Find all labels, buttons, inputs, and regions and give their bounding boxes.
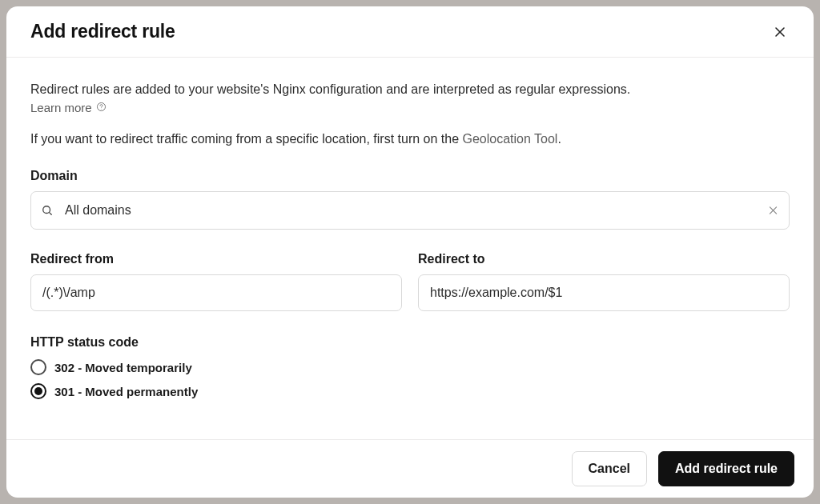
geolocation-tool-link[interactable]: Geolocation Tool [463, 132, 558, 146]
status-code-group: HTTP status code 302 - Moved temporarily… [30, 335, 790, 399]
redirect-to-group: Redirect to [418, 252, 790, 311]
redirect-from-group: Redirect from [30, 252, 402, 311]
domain-select-wrapper: All domains [30, 191, 790, 230]
status-code-radio-302[interactable]: 302 - Moved temporarily [30, 359, 790, 375]
status-code-radio-group: 302 - Moved temporarily 301 - Moved perm… [30, 359, 790, 399]
radio-icon [30, 383, 46, 399]
redirect-to-label: Redirect to [418, 252, 790, 266]
redirect-from-input[interactable] [30, 274, 402, 311]
domain-select-value: All domains [65, 203, 131, 218]
radio-label: 301 - Moved permanently [54, 385, 198, 398]
geo-prefix: If you want to redirect traffic coming f… [30, 132, 463, 146]
close-button[interactable] [770, 22, 790, 42]
modal-body: Redirect rules are added to your website… [6, 58, 814, 439]
domain-label: Domain [30, 169, 790, 183]
domain-field-group: Domain All domains [30, 169, 790, 230]
domain-select[interactable]: All domains [30, 191, 790, 230]
submit-button[interactable]: Add redirect rule [658, 451, 794, 486]
redirect-fields-row: Redirect from Redirect to [30, 252, 790, 311]
clear-icon[interactable] [768, 206, 778, 216]
help-icon [96, 101, 107, 114]
learn-more-link[interactable]: Learn more [30, 101, 107, 114]
status-code-radio-301[interactable]: 301 - Moved permanently [30, 383, 790, 399]
close-icon [774, 29, 786, 41]
add-redirect-rule-modal: Add redirect rule Redirect rules are add… [6, 6, 814, 498]
modal-header: Add redirect rule [6, 6, 814, 58]
status-code-label: HTTP status code [30, 335, 790, 350]
cancel-button[interactable]: Cancel [572, 451, 647, 486]
svg-line-5 [50, 213, 52, 215]
modal-footer: Cancel Add redirect rule [6, 439, 814, 498]
redirect-from-label: Redirect from [30, 252, 402, 266]
radio-label: 302 - Moved temporarily [54, 361, 192, 374]
redirect-to-input[interactable] [418, 274, 790, 311]
radio-icon [30, 359, 46, 375]
modal-description: Redirect rules are added to your website… [30, 80, 790, 99]
search-icon [42, 205, 53, 216]
geolocation-hint: If you want to redirect traffic coming f… [30, 132, 790, 146]
learn-more-label: Learn more [30, 101, 92, 114]
geo-suffix: . [557, 132, 561, 146]
modal-title: Add redirect rule [30, 21, 175, 42]
svg-point-3 [101, 109, 102, 110]
